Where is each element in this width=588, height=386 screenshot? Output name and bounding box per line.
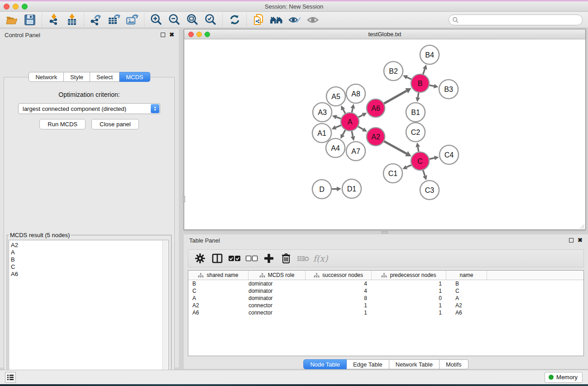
graph-edge-C-C4[interactable] bbox=[430, 158, 435, 159]
tab-network[interactable]: Network bbox=[29, 72, 64, 82]
function-builder-button: f(x) bbox=[313, 251, 328, 266]
deselect-all-button[interactable] bbox=[244, 251, 259, 266]
network-view-window[interactable]: testGlobe.txt B4B2BB3A8A5A6B1A3AC2A1A2A4… bbox=[184, 29, 586, 230]
tab-motifs[interactable]: Motifs bbox=[440, 359, 468, 369]
graph-edge-A-A1[interactable] bbox=[336, 125, 341, 128]
column-type-icon bbox=[314, 273, 320, 278]
table-row[interactable]: A6connector11A6 bbox=[188, 309, 583, 316]
import-network-button[interactable] bbox=[45, 13, 63, 27]
criterion-dropdown[interactable]: largest connected component (directed) ▲… bbox=[18, 103, 160, 114]
mcds-result-item[interactable]: A6 bbox=[11, 271, 168, 278]
graph-edge-C-C3[interactable] bbox=[423, 170, 425, 176]
home-layout-button[interactable] bbox=[268, 13, 286, 27]
column-header-MCDS-role[interactable]: MCDS role bbox=[249, 271, 306, 280]
result-scrollbar[interactable] bbox=[162, 241, 168, 386]
tab-network-table[interactable]: Network Table bbox=[389, 359, 440, 369]
column-header-successor-nodes[interactable]: successor nodes bbox=[306, 271, 372, 280]
mcds-result-item[interactable]: A2 bbox=[11, 242, 168, 249]
delete-column-button[interactable] bbox=[279, 251, 293, 266]
tab-edge-table[interactable]: Edge Table bbox=[347, 359, 389, 369]
task-history-button[interactable] bbox=[5, 372, 16, 383]
graph-edge-C-C1[interactable] bbox=[406, 165, 411, 167]
close-panel-icon[interactable]: ✖ bbox=[169, 33, 174, 37]
graph-edge-A2-C[interactable] bbox=[384, 141, 406, 153]
unchecked-boxes-icon bbox=[245, 255, 258, 262]
graph-edge-A-A6[interactable] bbox=[359, 115, 363, 117]
zoom-in-button[interactable] bbox=[147, 13, 165, 27]
column-header-shared-name[interactable]: shared name bbox=[188, 271, 249, 280]
resize-grip-icon[interactable] bbox=[579, 223, 585, 229]
graph-edge-A-A2[interactable] bbox=[358, 127, 363, 129]
export-network-button[interactable] bbox=[87, 13, 105, 27]
zoom-out-button[interactable] bbox=[165, 13, 183, 27]
zoom-fit-button[interactable] bbox=[183, 13, 201, 27]
graph-edge-B-B1[interactable] bbox=[418, 93, 419, 98]
tab-style[interactable]: Style bbox=[64, 72, 90, 82]
graph-edge-B-B2[interactable] bbox=[407, 77, 411, 80]
show-column-button[interactable] bbox=[210, 251, 225, 266]
save-session-button[interactable] bbox=[21, 13, 39, 27]
network-canvas[interactable]: B4B2BB3A8A5A6B1A3AC2A1A2A4A7C4CC1C3DD1 bbox=[184, 39, 585, 229]
graph-edge-A-A8[interactable] bbox=[352, 108, 353, 112]
splitter-grip[interactable] bbox=[382, 231, 388, 234]
splitter-grip[interactable] bbox=[183, 196, 185, 202]
search-input[interactable] bbox=[449, 14, 583, 25]
close-table-panel-icon[interactable]: ✖ bbox=[578, 238, 583, 243]
show-graphics-details-button[interactable] bbox=[286, 13, 304, 27]
graph-edge-C-C2[interactable] bbox=[418, 147, 419, 152]
copy-network-button[interactable] bbox=[249, 13, 268, 27]
select-all-button[interactable] bbox=[227, 251, 242, 266]
open-file-button[interactable] bbox=[3, 13, 21, 27]
mcds-result-item[interactable]: A bbox=[11, 249, 168, 256]
column-header-name[interactable]: name bbox=[446, 271, 487, 280]
graph-edge-B-B4[interactable] bbox=[423, 69, 425, 74]
network-window-title: testGlobe.txt bbox=[184, 31, 585, 38]
mcds-tab-content: Optimization criterion: largest connecte… bbox=[4, 77, 175, 386]
import-table-button[interactable] bbox=[63, 13, 81, 27]
column-header-predecessor-nodes[interactable]: predecessor nodes bbox=[372, 271, 446, 280]
window-titlebar[interactable]: Session: New Session bbox=[0, 1, 588, 12]
export-table-button[interactable] bbox=[105, 13, 123, 27]
graph-edge-A-A5[interactable] bbox=[343, 110, 345, 114]
network-window-titlebar[interactable]: testGlobe.txt bbox=[184, 29, 585, 39]
table-row[interactable]: A2connector11A2 bbox=[188, 302, 583, 309]
node-table[interactable]: shared nameMCDS rolesuccessor nodesprede… bbox=[188, 270, 584, 356]
graph-edge-B-B3[interactable] bbox=[430, 85, 434, 86]
table-cell: C bbox=[446, 287, 487, 295]
zoom-selected-button[interactable] bbox=[201, 13, 220, 27]
control-panel-title: Control Panel bbox=[5, 32, 40, 38]
table-cell: 1 bbox=[372, 280, 446, 287]
mcds-result-item[interactable]: C bbox=[11, 263, 168, 271]
hide-eye-button[interactable] bbox=[304, 13, 322, 27]
run-mcds-button[interactable]: Run MCDS bbox=[39, 119, 86, 129]
refresh-layout-button[interactable] bbox=[225, 13, 244, 27]
toolbar-separator bbox=[144, 13, 144, 27]
graph-node-label: A7 bbox=[351, 148, 360, 155]
mcds-result-list[interactable]: A2ABCA6 bbox=[9, 240, 169, 386]
table-row[interactable]: Cdominator41C bbox=[188, 287, 583, 295]
float-panel-icon[interactable] bbox=[161, 33, 165, 37]
tab-select[interactable]: Select bbox=[90, 72, 120, 82]
float-table-panel-icon[interactable] bbox=[569, 238, 574, 243]
graph-edge-A-A3[interactable] bbox=[336, 117, 341, 119]
fx-icon: f(x) bbox=[313, 253, 328, 263]
toolbar-separator bbox=[42, 13, 42, 27]
tab-node-table[interactable]: Node Table bbox=[303, 359, 347, 369]
copy-network-icon bbox=[252, 13, 265, 27]
graph-edge-A-A4[interactable] bbox=[343, 130, 345, 135]
graph-edge-A-A7[interactable] bbox=[352, 131, 353, 137]
table-options-gear-button[interactable] bbox=[193, 251, 207, 266]
zoom-in-icon bbox=[150, 14, 163, 26]
graph-edge-A6-B[interactable] bbox=[384, 91, 406, 104]
tab-mcds[interactable]: MCDS bbox=[120, 72, 150, 82]
table-row[interactable]: Adominator80A bbox=[188, 295, 583, 302]
export-image-button[interactable] bbox=[123, 13, 141, 27]
table-row[interactable]: Bdominator41B bbox=[188, 280, 583, 287]
create-column-button[interactable] bbox=[262, 251, 276, 266]
close-panel-button[interactable]: Close panel bbox=[91, 119, 139, 129]
table-panel: Table Panel ✖ bbox=[184, 234, 588, 369]
mcds-result-item[interactable]: B bbox=[11, 256, 168, 263]
memory-button[interactable]: Memory bbox=[545, 372, 583, 383]
control-panel-header: Control Panel ✖ bbox=[0, 29, 179, 41]
table-cell: dominator bbox=[249, 280, 306, 287]
